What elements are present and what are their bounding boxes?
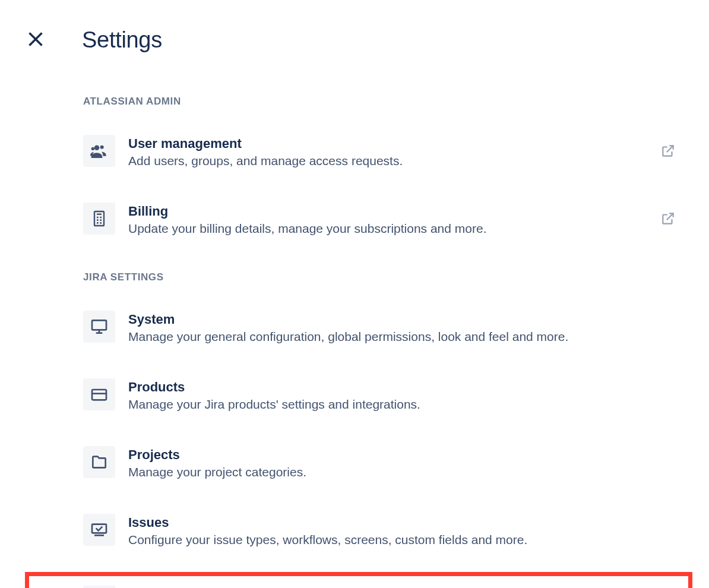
- apps-icon: [83, 586, 115, 588]
- section-heading-jira: JIRA SETTINGS: [83, 271, 688, 283]
- menu-item-title: User management: [128, 136, 647, 151]
- menu-item-user-management[interactable]: User management Add users, groups, and m…: [83, 125, 688, 178]
- svg-rect-12: [97, 222, 99, 224]
- svg-point-4: [91, 147, 94, 150]
- credit-card-icon: [83, 378, 115, 410]
- menu-item-projects[interactable]: Projects Manage your project categories.: [83, 437, 688, 489]
- menu-item-desc: Configure your issue types, workflows, s…: [128, 533, 651, 547]
- svg-rect-9: [100, 217, 102, 219]
- menu-item-products[interactable]: Products Manage your Jira products' sett…: [83, 369, 688, 421]
- svg-point-3: [100, 146, 104, 149]
- menu-item-title: System: [128, 312, 678, 327]
- menu-item-desc: Add users, groups, and manage access req…: [128, 154, 647, 168]
- menu-item-system[interactable]: System Manage your general configuration…: [83, 301, 688, 353]
- svg-rect-13: [100, 222, 102, 224]
- menu-item-desc: Update your billing details, manage your…: [128, 222, 647, 236]
- users-icon: [83, 135, 115, 167]
- close-button[interactable]: [24, 29, 48, 52]
- menu-item-desc: Manage your Jira products' settings and …: [128, 397, 651, 412]
- svg-rect-11: [100, 219, 102, 221]
- page-title: Settings: [82, 27, 162, 53]
- menu-item-title: Projects: [128, 447, 678, 463]
- monitor-icon: [83, 311, 115, 343]
- svg-line-14: [667, 213, 673, 220]
- svg-rect-8: [97, 217, 99, 219]
- section-heading-admin: ATLASSIAN ADMIN: [83, 96, 688, 108]
- issues-icon: [83, 514, 115, 546]
- svg-rect-20: [92, 524, 106, 533]
- menu-item-title: Products: [128, 380, 678, 395]
- menu-item-desc: Manage your project categories.: [128, 465, 651, 479]
- external-link-icon: [660, 211, 676, 229]
- menu-item-title: Billing: [128, 204, 647, 219]
- close-icon: [25, 29, 46, 52]
- svg-line-5: [667, 146, 673, 152]
- menu-item-billing[interactable]: Billing Update your billing details, man…: [83, 193, 688, 245]
- folder-icon: [83, 446, 115, 478]
- menu-item-issues[interactable]: Issues Configure your issue types, workf…: [83, 504, 688, 557]
- svg-rect-15: [92, 320, 106, 330]
- external-link-icon: [660, 143, 676, 161]
- menu-item-desc: Manage your general configuration, globa…: [128, 330, 651, 344]
- svg-rect-18: [92, 390, 106, 400]
- menu-item-title: Issues: [128, 515, 678, 530]
- menu-item-apps[interactable]: Apps Add and manage Jira Marketplace app…: [25, 572, 692, 588]
- svg-point-2: [94, 145, 100, 150]
- svg-rect-10: [97, 219, 99, 221]
- billing-icon: [83, 203, 115, 235]
